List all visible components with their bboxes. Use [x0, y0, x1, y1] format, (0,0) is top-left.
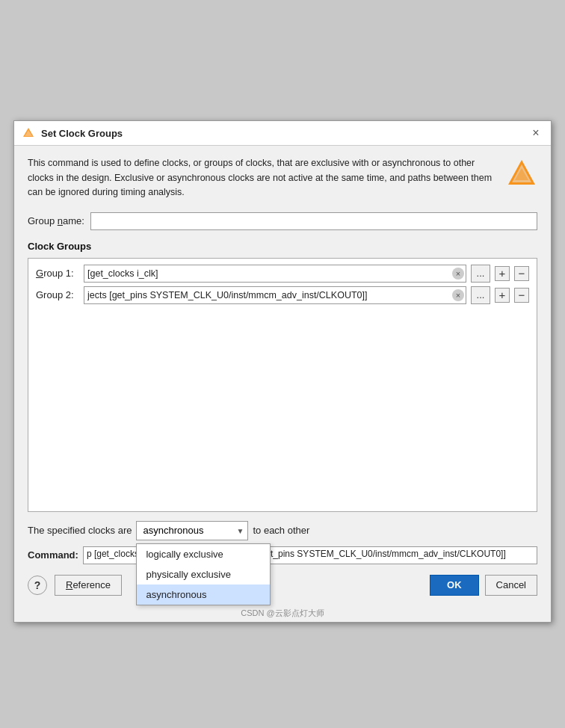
group2-dots-button[interactable]: ... [471, 286, 490, 304]
group1-dots-button[interactable]: ... [471, 265, 490, 283]
dropdown-popup: logically exclusive physically exclusive… [136, 543, 271, 605]
set-clock-groups-dialog: Set Clock Groups × This command is used … [13, 120, 552, 622]
option-physically-exclusive[interactable]: physically exclusive [137, 564, 270, 584]
ok-button[interactable]: OK [430, 575, 479, 596]
group2-input-wrap: jects [get_pins SYSTEM_CLK_U0/inst/mmcm_… [84, 286, 466, 304]
each-other-label: to each other [253, 525, 309, 536]
description-text: This command is used to define clocks, o… [28, 156, 497, 200]
title-bar: Set Clock Groups × [14, 121, 551, 146]
close-button[interactable]: × [528, 126, 543, 141]
group2-value: jects [get_pins SYSTEM_CLK_U0/inst/mmcm_… [87, 290, 452, 300]
group-name-row: Group name: [28, 212, 537, 230]
group1-value: [get_clocks i_clk] [87, 268, 452, 279]
cancel-button[interactable]: Cancel [485, 575, 537, 596]
watermark: CSDN @云影点灯大师 [14, 605, 551, 622]
option-asynchronous[interactable]: asynchronous [137, 584, 270, 605]
specified-label: The specified clocks are [28, 525, 132, 536]
footer-right: OK Cancel [430, 575, 537, 596]
group2-label: Group 2: [36, 289, 79, 300]
reference-button[interactable]: Reference [55, 575, 122, 596]
option-logically-exclusive[interactable]: logically exclusive [137, 544, 270, 564]
bottom-row: The specified clocks are logically exclu… [28, 521, 537, 540]
help-button[interactable]: ? [28, 576, 47, 595]
description-area: This command is used to define clocks, o… [28, 156, 537, 200]
dialog-body: This command is used to define clocks, o… [14, 146, 551, 604]
group1-plus-button[interactable]: + [495, 266, 510, 281]
vivado-small-icon [22, 126, 35, 140]
clock-type-dropdown[interactable]: logically exclusive physically exclusive… [136, 521, 248, 540]
group1-row: Group 1: [get_clocks i_clk] × ... + − [36, 265, 529, 283]
command-row: Command: p [get_clocks i_clk] [get_clock… [28, 546, 537, 564]
vivado-logo-icon [506, 158, 537, 189]
group1-minus-button[interactable]: − [514, 266, 529, 281]
group1-clear-button[interactable]: × [452, 268, 464, 280]
command-label: Command: [28, 549, 78, 561]
group1-label: Group 1: [36, 268, 79, 279]
clock-groups-panel: Group 1: [get_clocks i_clk] × ... + − Gr… [28, 258, 537, 512]
dialog-title: Set Clock Groups [41, 128, 123, 139]
group2-clear-button[interactable]: × [452, 289, 464, 301]
footer-left: ? Reference [28, 575, 122, 596]
group-name-input[interactable] [90, 212, 537, 230]
group2-row: Group 2: jects [get_pins SYSTEM_CLK_U0/i… [36, 286, 529, 304]
title-bar-left: Set Clock Groups [22, 126, 123, 140]
group2-plus-button[interactable]: + [495, 288, 510, 303]
clock-groups-section-title: Clock Groups [28, 241, 537, 252]
group1-input-wrap: [get_clocks i_clk] × [84, 265, 466, 283]
group-name-label: Group name: [28, 215, 84, 226]
group2-minus-button[interactable]: − [514, 288, 529, 303]
dropdown-wrap: logically exclusive physically exclusive… [136, 521, 248, 540]
footer-row: ? Reference OK Cancel [28, 575, 537, 596]
